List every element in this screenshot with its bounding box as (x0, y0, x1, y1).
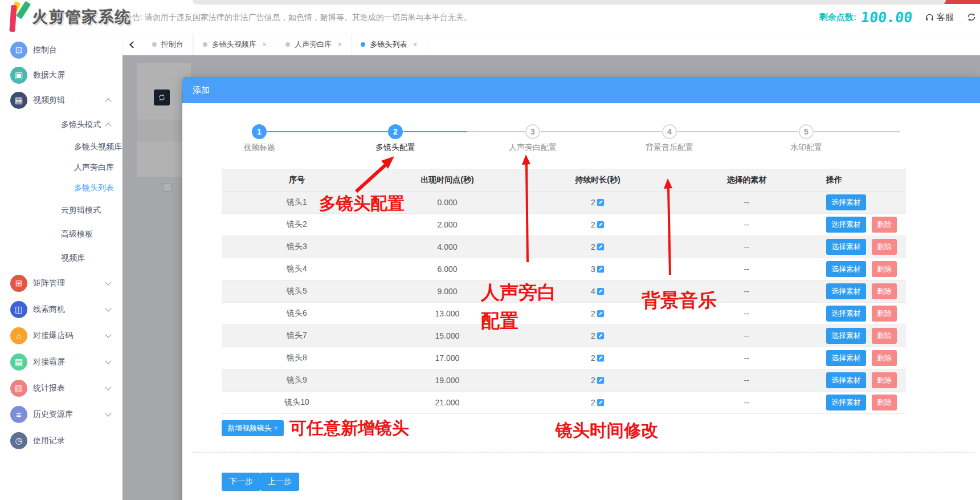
select-material-button[interactable]: 选择素材 (826, 372, 866, 388)
row-actions: 选择素材 删除 (820, 372, 906, 388)
data-screen-icon: ▣ (10, 67, 27, 84)
tabs-back-button[interactable] (122, 34, 143, 55)
sidebar-item[interactable]: ⌂ 对接爆店码 (0, 323, 122, 349)
leads-icon: ◫ (10, 301, 27, 318)
row-actions: 选择素材 删除 (820, 306, 906, 322)
row-actions: 选择素材 删除 (820, 261, 906, 277)
shot-name: 镜头5 (222, 286, 372, 296)
sidebar-item-label: 控制台 (33, 45, 57, 55)
close-icon[interactable]: × (413, 40, 417, 49)
chevron-icon (105, 410, 111, 416)
sidebar-item[interactable]: 多镜头模式 (0, 113, 122, 137)
step-wizard: 1 视频标题 2 多镜头配置 3 人声旁白配置 4 背景音乐配置 5 (182, 103, 980, 166)
sidebar-item[interactable]: 人声旁白库 (0, 157, 122, 178)
sidebar: ⊡ 控制台 ▣ 数据大屏 ▦ 视频剪辑 多镜头模式 多镜头视频库 (0, 34, 122, 500)
delete-shot-button[interactable]: 删除 (872, 328, 897, 344)
sidebar-item[interactable]: ◫ 线索商机 (0, 296, 122, 323)
service-label: 客服 (937, 12, 954, 23)
step-line (267, 131, 388, 132)
sidebar-item[interactable]: ▤ 对接霸屏 (0, 349, 122, 375)
edit-duration-icon[interactable] (597, 399, 605, 406)
delete-shot-button[interactable]: 删除 (872, 261, 897, 277)
select-material-button[interactable]: 选择素材 (826, 217, 866, 233)
shot-duration: 4 (591, 287, 595, 296)
screen-cast-icon: ▤ (10, 353, 27, 371)
edit-duration-icon[interactable] (597, 243, 605, 251)
select-material-button[interactable]: 选择素材 (826, 194, 866, 210)
sidebar-item[interactable]: ◷ 使用记录 (0, 428, 122, 454)
edit-duration-icon[interactable] (597, 376, 605, 384)
history-library-icon: ≡ (10, 406, 27, 423)
edit-duration-icon[interactable] (597, 354, 605, 362)
sidebar-item-label: 历史资源库 (33, 409, 73, 420)
select-material-button[interactable]: 选择素材 (826, 283, 866, 299)
select-material-button[interactable]: 选择素材 (826, 261, 866, 277)
tab[interactable]: 多镜头视频库 × (193, 34, 276, 55)
shot-name: 镜头6 (222, 308, 372, 319)
step-label: 背景音乐配置 (630, 143, 709, 153)
select-material-button[interactable]: 选择素材 (826, 306, 866, 322)
sidebar-item-label: 多镜头视频库 (74, 142, 122, 152)
close-icon[interactable]: × (337, 40, 342, 49)
shot-duration: 2 (591, 353, 595, 363)
selected-material: -- (673, 331, 820, 340)
sidebar-item[interactable]: 云剪辑模式 (0, 198, 122, 222)
select-material-button[interactable]: 选择素材 (826, 350, 866, 366)
tab[interactable]: 人声旁白库 × (276, 34, 352, 55)
close-icon[interactable]: × (262, 40, 267, 49)
edit-duration-icon[interactable] (597, 287, 605, 295)
sidebar-item[interactable]: ▥ 统计报表 (0, 375, 122, 401)
tab[interactable]: 控制台 (143, 34, 193, 55)
sidebar-item[interactable]: ▣ 数据大屏 (0, 63, 122, 88)
shot-start-time: 6.000 (372, 265, 522, 274)
step-label: 视频标题 (219, 143, 299, 153)
step-line (403, 131, 525, 132)
table-row: 镜头9 19.000 2 (222, 369, 906, 392)
sidebar-item[interactable]: 高级模板 (0, 222, 122, 246)
edit-duration-icon[interactable] (597, 221, 605, 229)
chevron-icon (105, 279, 111, 285)
add-shot-button[interactable]: 新增视频镜头 + (222, 420, 284, 436)
sidebar-item-label: 线索商机 (33, 304, 65, 315)
delete-shot-button[interactable]: 删除 (872, 395, 897, 410)
prev-step-button[interactable]: 上一步 (260, 473, 299, 491)
delete-shot-button[interactable]: 删除 (872, 306, 897, 322)
delete-shot-button[interactable]: 删除 (872, 239, 897, 255)
delete-shot-button[interactable]: 删除 (872, 283, 897, 299)
tab[interactable]: 多镜头列表 × (352, 34, 427, 55)
refresh-button[interactable] (966, 12, 977, 22)
sidebar-item[interactable]: ⊞ 矩阵管理 (0, 270, 122, 296)
step-label: 水印配置 (766, 143, 846, 153)
tab-label: 多镜头视频库 (212, 39, 256, 50)
footer-divider (193, 452, 974, 453)
sidebar-item[interactable]: 视频库 (0, 246, 122, 270)
row-actions: 选择素材 删除 (820, 350, 906, 366)
edit-duration-icon[interactable] (597, 332, 605, 340)
delete-shot-button[interactable]: 删除 (872, 350, 897, 366)
step-number: 5 (799, 124, 814, 139)
delete-shot-button[interactable]: 删除 (872, 217, 897, 233)
sidebar-item-label: 视频库 (61, 253, 85, 263)
edit-duration-icon[interactable] (597, 265, 605, 273)
customer-service-button[interactable]: 客服 (925, 12, 954, 23)
sidebar-item[interactable]: ▦ 视频剪辑 (0, 88, 122, 113)
sidebar-item[interactable]: 多镜头视频库 (0, 137, 122, 157)
select-material-button[interactable]: 选择素材 (826, 395, 866, 410)
sidebar-item[interactable]: ⊡ 控制台 (0, 38, 122, 63)
shot-name: 镜头10 (222, 397, 372, 408)
delete-shot-button[interactable]: 删除 (872, 372, 897, 388)
selected-material: -- (673, 198, 820, 207)
sidebar-item-label: 视频剪辑 (33, 95, 65, 105)
select-material-button[interactable]: 选择素材 (826, 328, 866, 344)
edit-duration-icon[interactable] (597, 310, 605, 318)
headset-icon (925, 13, 934, 22)
col-header: 序号 (222, 175, 372, 185)
select-material-button[interactable]: 选择素材 (826, 239, 866, 255)
step-line (677, 131, 798, 132)
next-step-button[interactable]: 下一步 (222, 473, 260, 491)
sidebar-item-label: 矩阵管理 (33, 278, 65, 288)
sidebar-item[interactable]: 多镜头列表 (0, 178, 122, 198)
edit-duration-icon[interactable] (597, 198, 605, 206)
chevron-icon (105, 357, 111, 364)
sidebar-item[interactable]: ≡ 历史资源库 (0, 401, 122, 428)
